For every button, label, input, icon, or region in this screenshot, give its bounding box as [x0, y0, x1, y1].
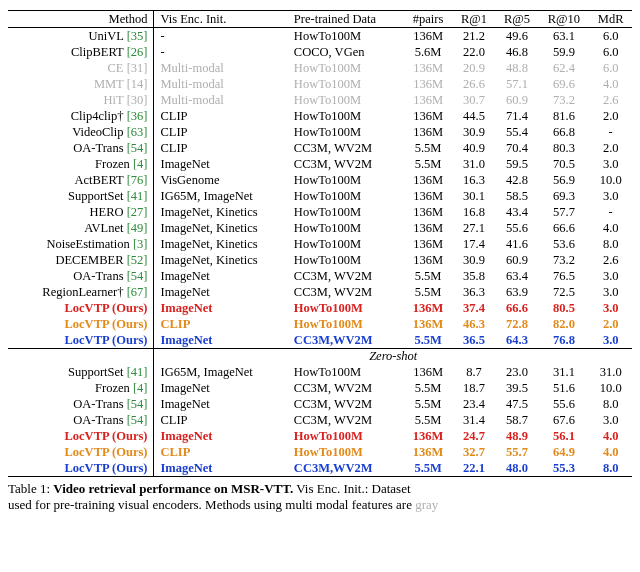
col-pairs: #pairs [404, 11, 453, 28]
table-row: Clip4clip† [36]CLIPHowTo100M136M44.571.4… [8, 108, 632, 124]
col-init: Vis Enc. Init. [154, 11, 290, 28]
table-row: LocVTP (Ours)ImageNetCC3M,WV2M5.5M22.148… [8, 460, 632, 477]
col-mdr: MdR [589, 11, 632, 28]
tbody-zeroshot: SupportSet [41]IG65M, ImageNetHowTo100M1… [8, 364, 632, 477]
table-row: RegionLearner† [67]ImageNetCC3M, WV2M5.5… [8, 284, 632, 300]
table-row: VideoClip [63]CLIPHowTo100M136M30.955.46… [8, 124, 632, 140]
table-row: Frozen [4]ImageNetCC3M, WV2M5.5M18.739.5… [8, 380, 632, 396]
table-row: LocVTP (Ours)ImageNetHowTo100M136M24.748… [8, 428, 632, 444]
caption-title: Video retrieval performance on MSR-VTT. [53, 481, 293, 496]
table-row: HiT [30]Multi-modalHowTo100M136M30.760.9… [8, 92, 632, 108]
col-r5: R@5 [495, 11, 538, 28]
table-row: LocVTP (Ours)CLIPHowTo100M136M46.372.882… [8, 316, 632, 332]
col-r10: R@10 [538, 11, 589, 28]
table-row: AVLnet [49]ImageNet, KineticsHowTo100M13… [8, 220, 632, 236]
table-row: Frozen [4]ImageNetCC3M, WV2M5.5M31.059.5… [8, 156, 632, 172]
table-row: ClipBERT [26]-COCO, VGen5.6M22.046.859.9… [8, 44, 632, 60]
table-row: CE [31]Multi-modalHowTo100M136M20.948.86… [8, 60, 632, 76]
zero-shot-header-row: Zero-shot [8, 349, 632, 365]
table-row: SupportSet [41]IG65M, ImageNetHowTo100M1… [8, 364, 632, 380]
table-row: LocVTP (Ours)ImageNetHowTo100M136M37.466… [8, 300, 632, 316]
col-data: Pre-trained Data [290, 11, 404, 28]
table-row: OA-Trans [54]CLIPCC3M, WV2M5.5M40.970.48… [8, 140, 632, 156]
table-row: SupportSet [41]IG65M, ImageNetHowTo100M1… [8, 188, 632, 204]
table-row: HERO [27]ImageNet, KineticsHowTo100M136M… [8, 204, 632, 220]
tbody-upper: UniVL [35]-HowTo100M136M21.249.663.16.0C… [8, 28, 632, 349]
table-row: UniVL [35]-HowTo100M136M21.249.663.16.0 [8, 28, 632, 45]
col-method: Method [8, 11, 154, 28]
col-r1: R@1 [452, 11, 495, 28]
table-caption-line2: used for pre-training visual encoders. M… [8, 497, 632, 513]
table-row: NoiseEstimation [3]ImageNet, KineticsHow… [8, 236, 632, 252]
table-row: LocVTP (Ours)CLIPHowTo100M136M32.755.764… [8, 444, 632, 460]
table-row: LocVTP (Ours)ImageNetCC3M,WV2M5.5M36.564… [8, 332, 632, 349]
table-row: MMT [14]Multi-modalHowTo100M136M26.657.1… [8, 76, 632, 92]
results-table: Method Vis Enc. Init. Pre-trained Data #… [8, 10, 632, 477]
zero-shot-label: Zero-shot [154, 349, 632, 364]
header-row: Method Vis Enc. Init. Pre-trained Data #… [8, 11, 632, 28]
caption-rest: Vis Enc. Init.: Dataset [293, 481, 410, 496]
table-row: OA-Trans [54]ImageNetCC3M, WV2M5.5M23.44… [8, 396, 632, 412]
table-row: DECEMBER [52]ImageNet, KineticsHowTo100M… [8, 252, 632, 268]
table-row: OA-Trans [54]ImageNetCC3M, WV2M5.5M35.86… [8, 268, 632, 284]
caption-prefix: Table 1: [8, 481, 53, 496]
table-row: ActBERT [76]VisGenomeHowTo100M136M16.342… [8, 172, 632, 188]
table-row: OA-Trans [54]CLIPCC3M, WV2M5.5M31.458.76… [8, 412, 632, 428]
table-caption: Table 1: Video retrieval performance on … [8, 481, 632, 497]
